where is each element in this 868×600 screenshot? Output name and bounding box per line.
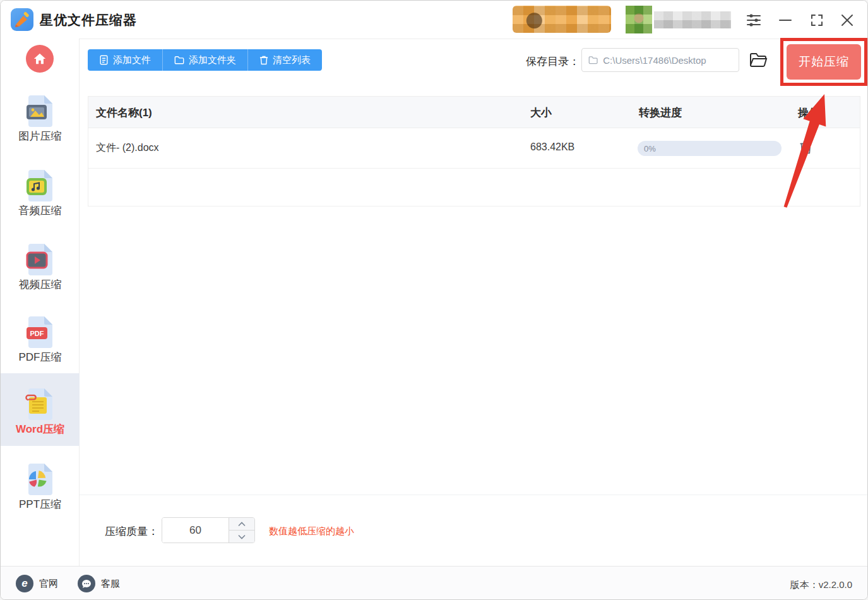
delete-file-icon[interactable] — [799, 140, 812, 157]
pdf-file-icon: PDF — [25, 315, 56, 349]
col-filename: 文件名称(1) — [96, 105, 152, 120]
add-file-button[interactable]: 添加文件 — [88, 49, 163, 71]
main-panel: 添加文件 添加文件夹 清空列表 保存目录： — [80, 39, 868, 566]
sidebar-item-home[interactable] — [26, 45, 54, 73]
quality-hint: 数值越低压缩的越小 — [269, 525, 354, 537]
version-label: 版本：v2.2.0.0 — [790, 579, 852, 591]
sidebar-item-image[interactable]: 图片压缩 — [1, 94, 80, 143]
stepper-down-icon[interactable] — [229, 531, 254, 543]
minimize-icon[interactable] — [776, 11, 795, 30]
file-table: 文件名称(1) 大小 转换进度 操作 文件- (2).docx 683.42KB… — [88, 96, 860, 207]
official-site-label: 官网 — [39, 578, 58, 590]
ppt-file-icon — [25, 462, 56, 496]
save-dir-field[interactable] — [581, 48, 739, 72]
divider — [80, 495, 868, 495]
sidebar-item-word[interactable]: Word压缩 — [1, 387, 80, 436]
home-icon — [33, 52, 47, 66]
add-folder-button[interactable]: 添加文件夹 — [163, 49, 248, 71]
chat-bubble-icon — [78, 575, 95, 592]
app-title: 星优文件压缩器 — [40, 11, 137, 29]
progress-value: 0% — [644, 144, 656, 153]
video-file-icon — [25, 243, 56, 277]
clear-list-label: 清空列表 — [273, 54, 311, 66]
title-bar: 星优文件压缩器 — [1, 1, 868, 39]
col-progress: 转换进度 — [639, 105, 682, 120]
col-action: 操作 — [798, 105, 819, 120]
quality-label: 压缩质量： — [105, 524, 158, 539]
app-logo-icon — [11, 8, 33, 31]
svg-text:PDF: PDF — [30, 330, 44, 337]
image-file-icon — [25, 94, 56, 128]
censored-banner — [513, 6, 611, 33]
sidebar-item-video[interactable]: 视频压缩 — [1, 243, 80, 292]
app-window: 星优文件压缩器 — [0, 0, 868, 600]
sidebar-item-label: PDF压缩 — [19, 350, 62, 364]
file-name: 文件- (2).docx — [96, 141, 159, 155]
settings-sliders-icon[interactable] — [744, 11, 763, 30]
folder-icon — [174, 56, 184, 64]
file-icon — [99, 55, 109, 65]
user-avatar — [626, 6, 652, 33]
sidebar-item-label: Word压缩 — [16, 422, 64, 436]
close-icon[interactable] — [838, 11, 857, 30]
support-label: 客服 — [101, 578, 120, 590]
start-compress-button[interactable]: 开始压缩 — [787, 44, 861, 80]
add-folder-label: 添加文件夹 — [189, 54, 236, 66]
table-row: 文件- (2).docx 683.42KB 0% — [88, 128, 860, 169]
quality-stepper — [162, 517, 255, 543]
stepper-controls — [229, 518, 254, 543]
audio-file-icon — [25, 169, 56, 203]
footer-bar: e 官网 客服 版本：v2.2.0.0 — [1, 566, 868, 600]
table-header-row: 文件名称(1) 大小 转换进度 操作 — [88, 97, 860, 128]
censored-username — [654, 11, 731, 28]
quality-input[interactable] — [162, 518, 229, 543]
sidebar-item-label: 音频压缩 — [19, 203, 62, 218]
browser-e-icon: e — [16, 575, 33, 592]
folder-small-icon — [588, 56, 598, 64]
browse-folder-icon[interactable] — [749, 52, 768, 71]
sidebar-item-pdf[interactable]: PDF PDF压缩 — [1, 315, 80, 364]
col-size: 大小 — [530, 105, 552, 120]
progress-bar: 0% — [638, 141, 782, 156]
sidebar-item-label: 图片压缩 — [19, 129, 62, 143]
stepper-up-icon[interactable] — [229, 518, 254, 531]
sidebar-item-label: 视频压缩 — [19, 277, 62, 292]
maximize-icon[interactable] — [807, 11, 826, 30]
sidebar-item-ppt[interactable]: PPT压缩 — [1, 462, 80, 512]
sidebar: 图片压缩 音频压缩 视频压缩 — [1, 39, 80, 566]
save-dir-label: 保存目录： — [526, 54, 580, 69]
sidebar-item-label: PPT压缩 — [19, 497, 61, 512]
clear-list-button[interactable]: 清空列表 — [248, 49, 322, 71]
support-link[interactable]: 客服 — [78, 575, 120, 592]
sidebar-item-audio[interactable]: 音频压缩 — [1, 169, 80, 218]
table-row-empty — [88, 169, 860, 207]
file-size: 683.42KB — [530, 141, 574, 153]
toolbar-button-group: 添加文件 添加文件夹 清空列表 — [88, 49, 322, 71]
word-file-icon — [25, 387, 56, 421]
trash-icon — [259, 55, 268, 65]
save-dir-input[interactable] — [603, 55, 732, 66]
add-file-label: 添加文件 — [113, 54, 151, 66]
official-site-link[interactable]: e 官网 — [16, 575, 58, 592]
